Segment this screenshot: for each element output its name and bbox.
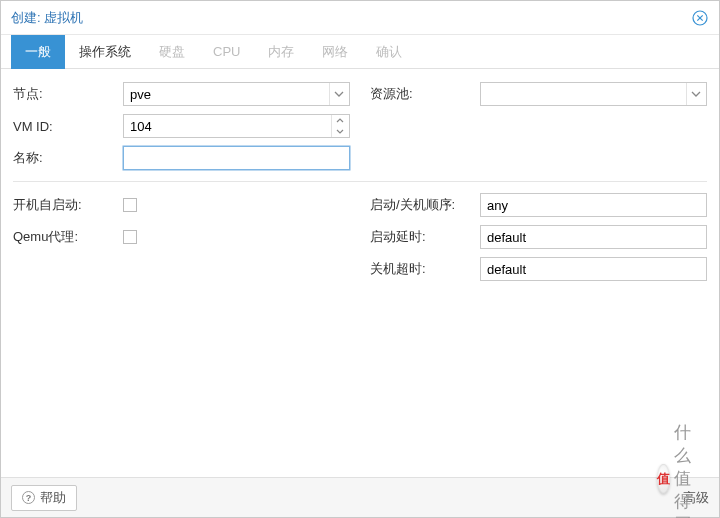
tab-disk: 硬盘 (145, 35, 199, 69)
node-trigger[interactable] (329, 83, 349, 105)
vmid-spinner[interactable] (123, 114, 350, 138)
chevron-down-icon (336, 129, 344, 134)
pool-combo[interactable] (480, 82, 707, 106)
onboot-checkbox[interactable] (123, 198, 137, 212)
pool-label: 资源池: (370, 85, 480, 103)
vmid-up[interactable] (332, 115, 349, 126)
close-icon (692, 10, 708, 26)
tab-cpu: CPU (199, 35, 254, 69)
up-label: 启动延时: (370, 228, 480, 246)
down-input[interactable] (481, 258, 706, 280)
advanced-label: 高级 (683, 489, 709, 507)
pool-input[interactable] (481, 83, 686, 105)
node-label: 节点: (13, 85, 123, 103)
divider (13, 181, 707, 182)
node-combo[interactable] (123, 82, 350, 106)
up-field[interactable] (480, 225, 707, 249)
tab-memory: 内存 (254, 35, 308, 69)
chevron-up-icon (336, 118, 344, 123)
agent-checkbox[interactable] (123, 230, 137, 244)
window-title: 创建: 虚拟机 (11, 9, 83, 27)
tab-confirm: 确认 (362, 35, 416, 69)
vmid-input[interactable] (124, 115, 331, 137)
help-icon: ? (22, 491, 35, 504)
down-label: 关机超时: (370, 260, 480, 278)
left-column: 节点: VM ID: (13, 79, 350, 175)
order-field[interactable] (480, 193, 707, 217)
right-column-adv: 启动/关机顺序: 启动延时: 关机超时: (370, 190, 707, 286)
create-vm-window: 创建: 虚拟机 一般 操作系统 硬盘 CPU 内存 网络 确认 节点: (0, 0, 720, 518)
order-label: 启动/关机顺序: (370, 196, 480, 214)
vmid-label: VM ID: (13, 119, 123, 134)
close-button[interactable] (691, 9, 709, 27)
pool-trigger[interactable] (686, 83, 706, 105)
chevron-down-icon (691, 91, 701, 97)
name-field[interactable] (123, 146, 350, 170)
node-input[interactable] (124, 83, 329, 105)
order-input[interactable] (481, 194, 706, 216)
wizard-tabs: 一般 操作系统 硬盘 CPU 内存 网络 确认 (1, 35, 719, 69)
help-button[interactable]: ? 帮助 (11, 485, 77, 511)
down-field[interactable] (480, 257, 707, 281)
footer: ? 帮助 高级 值 什么值得买 (1, 477, 719, 517)
agent-label: Qemu代理: (13, 228, 123, 246)
tab-network: 网络 (308, 35, 362, 69)
name-input[interactable] (124, 147, 349, 169)
titlebar: 创建: 虚拟机 (1, 1, 719, 35)
left-column-adv: 开机自启动: Qemu代理: (13, 190, 350, 286)
chevron-down-icon (334, 91, 344, 97)
tab-os[interactable]: 操作系统 (65, 35, 145, 69)
name-label: 名称: (13, 149, 123, 167)
form-body: 节点: VM ID: (1, 69, 719, 477)
vmid-down[interactable] (332, 126, 349, 137)
up-input[interactable] (481, 226, 706, 248)
onboot-label: 开机自启动: (13, 196, 123, 214)
tab-general[interactable]: 一般 (11, 35, 65, 69)
right-column-top: 资源池: (370, 79, 707, 175)
